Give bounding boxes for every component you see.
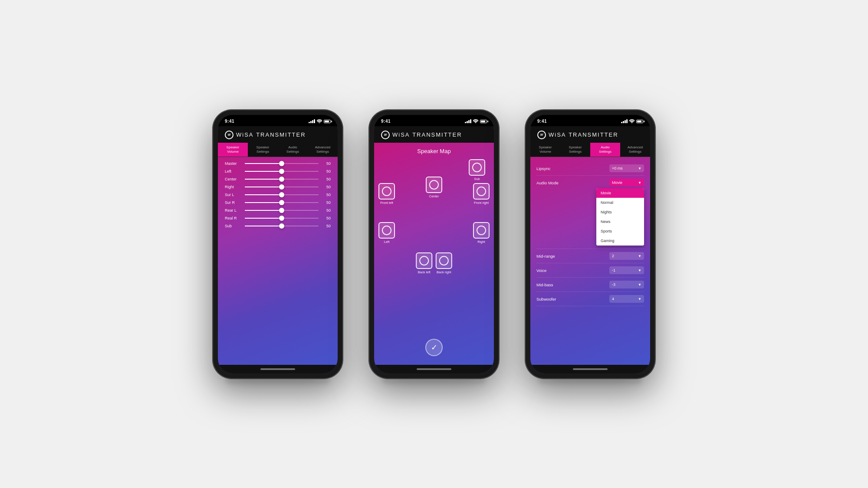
volume-label-center: Center <box>225 177 241 181</box>
slider-track-master[interactable] <box>245 163 319 164</box>
midrange-arrow: ▼ <box>638 254 641 258</box>
volume-row-surR: Sur R 50 <box>225 200 331 205</box>
dropdown-item-gaming[interactable]: Gaming <box>596 236 644 246</box>
midrange-dropdown[interactable]: 2 ▼ <box>609 252 644 260</box>
app-title-2: WiSA TRANSMITTER <box>392 131 462 138</box>
audio-mode-dropdown[interactable]: Movie ▼ <box>609 179 644 187</box>
battery-icon-1 <box>324 120 331 123</box>
speaker-inner-center <box>429 180 439 190</box>
speaker-sub[interactable]: Sub <box>469 159 485 181</box>
app-content-2: W WiSA TRANSMITTER Speaker Map <box>374 126 494 373</box>
tab-audio-settings-1[interactable]: AudioSettings <box>278 143 308 157</box>
app-header-3: W WiSA TRANSMITTER <box>530 126 650 143</box>
slider-track-left[interactable] <box>245 171 319 172</box>
app-title-3: WiSA TRANSMITTER <box>549 131 618 138</box>
speaker-icon-back-right <box>436 252 452 269</box>
phone-3: 9:41 <box>525 110 655 379</box>
signal-bar <box>621 122 622 123</box>
volume-value-sub: 50 <box>322 224 331 228</box>
speaker-inner-right <box>477 226 486 235</box>
slider-fill-left <box>245 171 282 172</box>
wisa-logo-1: W <box>225 131 233 139</box>
tab-speaker-volume-3[interactable]: SpeakerVolume <box>530 143 560 157</box>
speaker-back-left[interactable]: Back left <box>416 252 432 274</box>
home-bar-1 <box>260 368 295 370</box>
slider-track-surR[interactable] <box>245 202 319 203</box>
speaker-label-front-left: Front left <box>380 201 393 205</box>
signal-bars-2 <box>465 119 471 123</box>
signal-bar <box>310 121 312 123</box>
volume-value-center: 50 <box>322 177 331 181</box>
phone-2: 9:41 <box>369 110 499 379</box>
volume-row-left: Left 50 <box>225 169 331 174</box>
slider-track-realR[interactable] <box>245 218 319 219</box>
volume-label-surR: Sur R <box>225 200 241 205</box>
status-bar-2: 9:41 <box>374 115 494 126</box>
slider-track-rearL[interactable] <box>245 210 319 211</box>
notch-1 <box>256 115 299 124</box>
signal-bar <box>312 120 313 123</box>
volume-list: Master 50 Left 50 <box>218 157 338 364</box>
phone-3-screen: 9:41 <box>530 115 650 373</box>
voice-dropdown[interactable]: -1 ▼ <box>609 266 644 274</box>
tab-speaker-settings-3[interactable]: SpeakerSettings <box>560 143 590 157</box>
phone-1-screen: 9:41 <box>218 115 338 373</box>
tab-speaker-volume-1[interactable]: SpeakerVolume <box>218 143 248 157</box>
speaker-label-front-right: Front right <box>474 201 489 205</box>
dropdown-item-normal[interactable]: Normal <box>596 198 644 207</box>
setting-label-voice: Voice <box>536 268 546 273</box>
dropdown-item-sports[interactable]: Sports <box>596 226 644 236</box>
slider-fill-realR <box>245 218 282 219</box>
confirm-button[interactable]: ✓ <box>425 339 443 356</box>
speaker-front-right[interactable]: Front right <box>473 183 490 205</box>
speaker-inner-back-right <box>439 256 449 265</box>
speaker-label-back-right: Back right <box>437 270 451 274</box>
signal-bars-3 <box>621 119 628 123</box>
slider-track-right[interactable] <box>245 187 319 187</box>
tab-advanced-settings-1[interactable]: AdvancedSettings <box>308 143 338 157</box>
volume-value-right: 50 <box>322 185 331 189</box>
dropdown-item-news[interactable]: News <box>596 217 644 226</box>
speaker-icon-front-left <box>378 183 395 200</box>
slider-track-sub[interactable] <box>245 226 319 226</box>
slider-thumb-surR <box>279 200 284 205</box>
slider-track-surL[interactable] <box>245 194 319 195</box>
notch-3 <box>569 115 612 124</box>
speaker-right[interactable]: Right <box>473 222 490 244</box>
audio-mode-value: Movie <box>612 180 622 185</box>
wisa-circle-icon: W <box>225 131 233 139</box>
subwoofer-dropdown[interactable]: 4 ▼ <box>609 295 644 303</box>
dropdown-item-nights[interactable]: Nights <box>596 207 644 217</box>
volume-value-surL: 50 <box>322 193 331 197</box>
volume-row-master: Master 50 <box>225 161 331 166</box>
voice-value: -1 <box>612 268 615 272</box>
tab-audio-settings-3[interactable]: AudioSettings <box>590 143 620 157</box>
speaker-inner-front-right <box>477 187 486 196</box>
home-indicator-2 <box>374 365 494 373</box>
app-content-3: W WiSA TRANSMITTER SpeakerVolume Speaker… <box>530 126 650 373</box>
speaker-center[interactable]: Center <box>426 177 442 198</box>
slider-track-center[interactable] <box>245 179 319 180</box>
lipsync-value: +0 ms <box>612 166 623 170</box>
speaker-icon-back-left <box>416 252 432 269</box>
home-bar-3 <box>573 368 608 370</box>
speaker-icon-center <box>426 177 442 193</box>
volume-row-realR: Real R 50 <box>225 216 331 220</box>
dropdown-item-movie[interactable]: Movie <box>596 188 644 198</box>
battery-fill <box>325 121 329 122</box>
speaker-label-back-left: Back left <box>418 270 431 274</box>
signal-bar <box>623 121 624 123</box>
midbass-arrow: ▼ <box>638 283 641 287</box>
speaker-left[interactable]: Left <box>378 222 395 244</box>
lipsync-dropdown[interactable]: +0 ms ▼ <box>609 164 644 172</box>
midbass-dropdown[interactable]: -3 ▼ <box>609 281 644 288</box>
tab-speaker-settings-1[interactable]: SpeakerSettings <box>248 143 278 157</box>
speaker-label-sub: Sub <box>474 177 480 181</box>
speaker-back-right[interactable]: Back right <box>436 252 452 274</box>
speaker-front-left[interactable]: Front left <box>378 183 395 205</box>
tab-advanced-settings-3[interactable]: AdvancedSettings <box>620 143 650 157</box>
signal-bar <box>625 120 626 123</box>
app-header-1: W WiSA TRANSMITTER <box>218 126 338 143</box>
volume-row-rearL: Rear L 50 <box>225 208 331 213</box>
slider-fill-rearL <box>245 210 282 211</box>
